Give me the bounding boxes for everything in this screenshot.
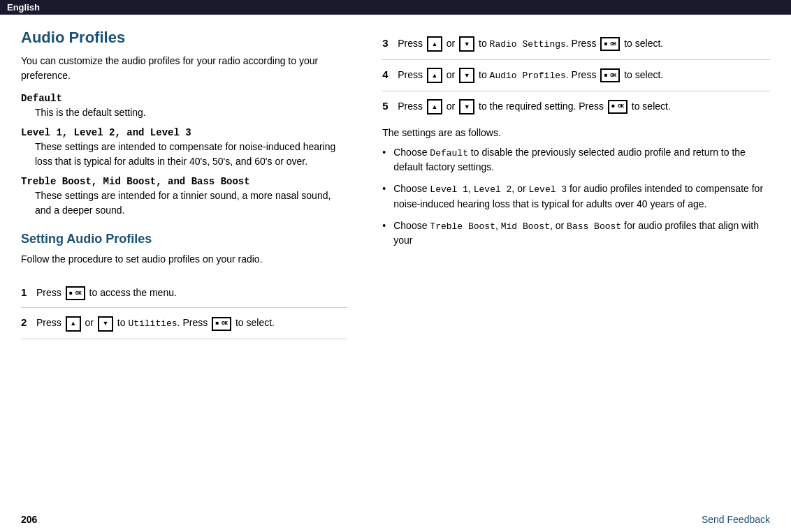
bullet2-level1-code: Level 1 xyxy=(430,184,468,195)
step-4-row: 4 Press or to Audio Profiles. Press ■ OK… xyxy=(382,60,770,91)
bullet3-choose-label: Choose xyxy=(393,220,430,231)
definition-boost: Treble Boost, Mid Boost, and Bass Boost … xyxy=(21,176,347,218)
right-column: 3 Press or to Radio Settings. Press ■ OK… xyxy=(375,29,770,339)
step1-text-after: to access the menu. xyxy=(89,287,177,298)
left-column: Audio Profiles You can customize the aud… xyxy=(21,29,375,339)
settings-follows-text: The settings are as follows. xyxy=(382,127,770,138)
bullet3-sep2: , or xyxy=(550,220,567,231)
step1-press-label: Press xyxy=(36,287,61,298)
step3-ok-icon: ■ OK xyxy=(600,37,620,51)
step5-to-label: to the required setting. Press xyxy=(479,101,604,112)
step-2-content: Press or to Utilities. Press ■ OK to sel… xyxy=(36,315,347,332)
bullet2-choose-label: Choose xyxy=(393,183,430,194)
step4-or-label: or xyxy=(447,69,455,80)
step2-up-icon xyxy=(66,316,81,332)
audio-profiles-title: Audio Profiles xyxy=(21,29,347,47)
step5-up-icon xyxy=(427,99,442,114)
footer: 206 Send Feedback xyxy=(21,514,770,525)
step-3-row: 3 Press or to Radio Settings. Press ■ OK… xyxy=(382,29,770,60)
step3-or-label: or xyxy=(447,38,455,49)
top-bar: English xyxy=(0,0,791,15)
bullet1-choose-label: Choose xyxy=(393,147,430,158)
step-1-row: 1 Press ■ OK to access the menu. xyxy=(21,278,347,308)
step-3-content: Press or to Radio Settings. Press ■ OK t… xyxy=(398,36,770,52)
step5-ok-icon: ■ OK xyxy=(608,100,627,114)
def-term-default: Default xyxy=(21,93,347,104)
step2-press-label: Press xyxy=(36,317,61,328)
step-1-content: Press ■ OK to access the menu. xyxy=(36,285,347,300)
bullet2-level3-code: Level 3 xyxy=(528,184,567,195)
send-feedback-link[interactable]: Send Feedback xyxy=(702,514,770,525)
step-5-number: 5 xyxy=(382,98,398,112)
bullet-item-default: Choose Default to disable the previously… xyxy=(382,145,770,175)
bullet-list: Choose Default to disable the previously… xyxy=(382,145,770,249)
bullet-item-boost: Choose Treble Boost, Mid Boost, or Bass … xyxy=(382,219,770,249)
step2-to-label: to xyxy=(117,317,129,328)
step3-down-icon xyxy=(459,36,474,52)
bullet3-mid-code: Mid Boost xyxy=(501,221,550,232)
step5-or-label: or xyxy=(447,101,455,112)
bullet1-default-code: Default xyxy=(430,148,468,158)
step5-down-icon xyxy=(459,99,474,114)
left-steps: 1 Press ■ OK to access the menu. 2 Press… xyxy=(21,278,347,339)
bullet2-sep1: , xyxy=(468,183,474,194)
def-desc-boost: These settings are intended for a tinnie… xyxy=(21,189,347,218)
step1-ok-button-icon: ■ OK xyxy=(66,286,85,300)
def-desc-default: This is the default setting. xyxy=(21,105,347,120)
step2-utilities-code: Utilities xyxy=(128,318,177,329)
setting-audio-profiles-title: Setting Audio Profiles xyxy=(21,232,347,246)
bullet-item-levels: Choose Level 1, Level 2, or Level 3 for … xyxy=(382,182,770,212)
step-3-number: 3 xyxy=(382,36,398,49)
step-2-number: 2 xyxy=(21,315,36,328)
bullet3-sep1: , xyxy=(495,220,501,231)
definition-levels: Level 1, Level 2, and Level 3 These sett… xyxy=(21,127,347,169)
step4-audioprofiles-code: Audio Profiles xyxy=(490,71,566,81)
footer-page-number: 206 xyxy=(21,514,37,525)
step2-ok-icon: ■ OK xyxy=(212,317,231,331)
bullet3-treble-code: Treble Boost xyxy=(430,221,495,232)
step4-ok-icon: ■ OK xyxy=(600,68,620,82)
bullet3-bass-code: Bass Boost xyxy=(567,221,621,232)
step2-down-icon xyxy=(98,316,113,332)
follow-text: Follow the procedure to set audio profil… xyxy=(21,252,347,267)
step4-up-icon xyxy=(427,68,442,83)
step3-radiosettings-code: Radio Settings xyxy=(490,39,566,50)
def-term-boost: Treble Boost, Mid Boost, and Bass Boost xyxy=(21,176,347,187)
step-2-row: 2 Press or to Utilities. Press ■ OK to s… xyxy=(21,308,347,339)
step-5-row: 5 Press or to the required setting. Pres… xyxy=(382,91,770,121)
step4-to-label: to xyxy=(479,69,490,80)
bullet2-sep2: , or xyxy=(511,183,528,194)
def-term-levels: Level 1, Level 2, and Level 3 xyxy=(21,127,347,138)
intro-text: You can customize the audio profiles for… xyxy=(21,54,347,83)
step-4-number: 4 xyxy=(382,67,398,80)
step-1-number: 1 xyxy=(21,285,36,298)
bullet2-level2-code: Level 2 xyxy=(474,184,512,195)
step3-press-label: Press xyxy=(398,38,423,49)
definition-default: Default This is the default setting. xyxy=(21,93,347,120)
step3-to-label: to xyxy=(479,38,490,49)
step4-press-label: Press xyxy=(398,69,423,80)
top-bar-label: English xyxy=(7,2,40,13)
def-desc-levels: These settings are intended to compensat… xyxy=(21,140,347,169)
step4-down-icon xyxy=(459,68,474,83)
step2-or-label: or xyxy=(85,317,94,328)
step3-up-icon xyxy=(427,36,442,52)
step-5-content: Press or to the required setting. Press … xyxy=(398,98,770,114)
step5-press-label: Press xyxy=(398,101,423,112)
step-4-content: Press or to Audio Profiles. Press ■ OK t… xyxy=(398,67,770,84)
